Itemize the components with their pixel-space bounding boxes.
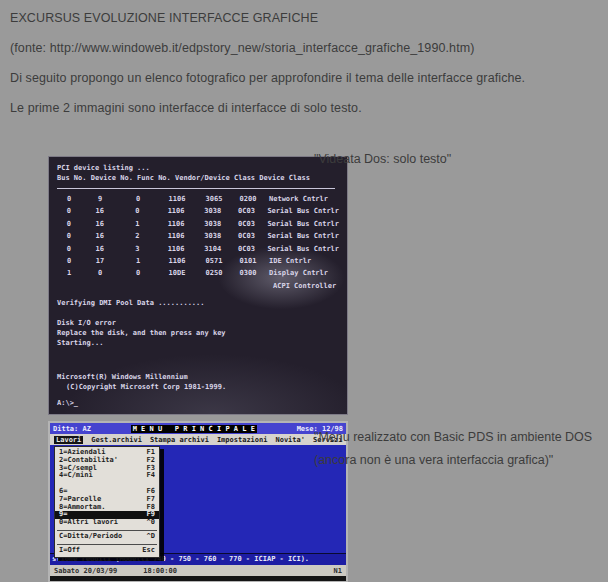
cell-devid: 3038: [196, 205, 230, 217]
cell-device: 16: [81, 218, 119, 230]
pds-titlebar: Ditta: AZ M E N U P R I N C I P A L E Me…: [50, 423, 346, 434]
document-text-block: EXCURSUS EVOLUZIONE INTERFACCE GRAFICHE …: [10, 11, 600, 131]
dos-screenshot-image: PCI device listing ... Bus No. Device No…: [48, 156, 348, 415]
cell-class: 0C03: [230, 218, 264, 230]
cell-class: 0200: [231, 193, 265, 205]
menu-item: Stampa archivi: [150, 436, 209, 444]
cell-vendor: 10DE: [157, 267, 197, 279]
cell-bus: 0: [57, 193, 81, 205]
company-label: Ditta: AZ: [53, 425, 91, 433]
source-line: (fonte: http://www.windoweb.it/edpstory_…: [10, 41, 600, 56]
cell-class: 0C03: [230, 230, 264, 242]
cell-devid: 3104: [196, 243, 230, 255]
cell-name: IDE Cntrlr: [269, 255, 311, 267]
main-menu-title: M E N U P R I N C I P A L E: [131, 425, 257, 433]
cell-name: Serial Bus Cntrlr: [267, 230, 339, 242]
pds-statusbar: Sabato 20/03/99 18:00:00 N1: [50, 565, 346, 576]
spacer: [57, 308, 339, 318]
dropdown-item: 8=Ammortam. F8: [55, 504, 159, 512]
cell-vendor: 1106: [157, 193, 197, 205]
menu-item: Gest.archivi: [91, 436, 142, 444]
cell-func: 0: [119, 193, 157, 205]
dropdown-item-key: ^D: [147, 533, 155, 541]
pci-table-header: Bus No. Device No. Func No. Vendor/Devic…: [57, 173, 339, 183]
cell-func: 0: [119, 205, 157, 217]
cell-devid: 3038: [196, 230, 230, 242]
cell-func: 2: [119, 230, 157, 242]
dropdown-item-label: I=Off: [59, 547, 80, 555]
dropdown-item: [57, 542, 157, 545]
status-indicator: N1: [334, 567, 342, 575]
table-row: 0 16 3 1106 3104 0C03 Serial Bus Cntrlr: [57, 243, 339, 255]
document-page: { "doc": { "title": "EXCURSUS EVOLUZIONE…: [0, 0, 608, 582]
page-title: EXCURSUS EVOLUZIONE INTERFACCE GRAFICHE: [10, 11, 600, 26]
dropdown-item-label: C=Ditta/Periodo: [59, 533, 122, 541]
dropdown-item-key: ^0: [147, 519, 155, 527]
pci-listing-title: PCI device listing ...: [57, 163, 339, 173]
pds-screen-body: 1=Aziendali F1 2=Contabilita' F2 3=C/sem…: [50, 445, 346, 553]
caption-pds-line2: (ancora non è una vera interfaccia grafi…: [314, 449, 604, 472]
cell-devid: 0250: [197, 267, 231, 279]
dropdown-item: [57, 528, 157, 531]
cell-vendor: 1106: [156, 205, 196, 217]
spacer: [57, 348, 339, 372]
intro-line: Di seguito propongo un elenco fotografic…: [10, 71, 600, 86]
cell-class: 0C03: [230, 243, 264, 255]
dropdown-item-key: F4: [147, 472, 155, 480]
cell-name: Serial Bus Cntrlr: [267, 205, 339, 217]
dropdown-item: 0=Altri lavori ^0: [55, 519, 159, 527]
dropdown-item-label: 0=Altri lavori: [59, 519, 118, 527]
table-row: 0 16 2 1106 3038 0C03 Serial Bus Cntrlr: [57, 230, 339, 242]
cell-vendor: 1106: [156, 243, 196, 255]
dropdown-item: C=Ditta/Periodo ^D: [55, 533, 159, 541]
cell-devid: 0571: [197, 255, 231, 267]
cell-device: 9: [81, 193, 119, 205]
cell-class: 0300: [231, 267, 265, 279]
cell-name: Network Cntrlr: [269, 193, 328, 205]
cell-devid: 3065: [197, 193, 231, 205]
dropdown-item-key: Esc: [142, 547, 155, 555]
cell-bus: 0: [57, 205, 81, 217]
microsoft-line: Microsoft(R) Windows Millennium: [57, 372, 339, 382]
cell-name: Display Cntrlr: [269, 267, 328, 279]
table-row: 0 9 0 1106 3065 0200 Network Cntrlr: [57, 193, 339, 205]
dropdown-item: I=Off Esc: [55, 547, 159, 555]
cell-vendor: 1106: [157, 255, 197, 267]
starting-line: Starting...: [57, 338, 339, 348]
acpi-controller-line: ACPI Controller: [57, 280, 339, 292]
cell-bus: 1: [57, 267, 81, 279]
caption-pds-screen: "Menu realizzato con Basic PDS in ambien…: [314, 426, 604, 472]
cell-func: 3: [119, 243, 157, 255]
cell-bus: 0: [57, 230, 81, 242]
disk-error-line: Disk I/O error: [57, 318, 339, 328]
caption-dos-screen: "Videata Dos: solo testo": [314, 148, 604, 171]
menu-item: Lavori: [54, 436, 83, 444]
cell-device: 0: [81, 267, 119, 279]
status-time: 18:00:00: [143, 567, 177, 575]
note-line: Le prime 2 immagini sono interfacce di i…: [10, 101, 600, 116]
cell-vendor: 1106: [156, 218, 196, 230]
table-divider: [57, 188, 335, 189]
cell-bus: 0: [57, 255, 81, 267]
table-row: 1 0 0 10DE 0250 0300 Display Cntrlr: [57, 267, 339, 279]
cell-name: Serial Bus Cntrlr: [267, 218, 339, 230]
dropdown-item: [55, 480, 159, 488]
cell-device: 16: [81, 205, 119, 217]
copyright-line: (C)Copyright Microsoft Corp 1981-1999.: [57, 382, 339, 392]
cell-bus: 0: [57, 218, 81, 230]
status-date: Sabato 20/03/99: [54, 567, 117, 575]
cell-func: 0: [119, 267, 157, 279]
cell-devid: 3038: [196, 218, 230, 230]
cell-class: 0C03: [230, 205, 264, 217]
menu-item: Novita': [275, 436, 305, 444]
pds-menubar: Lavori Gest.archivi Stampa archivi Impos…: [50, 434, 346, 445]
dropdown-item: 4=C/mini F4: [55, 472, 159, 480]
pci-device-table: 0 9 0 1106 3065 0200 Network Cntrlr 0 16…: [57, 193, 339, 280]
cell-device: 16: [81, 243, 119, 255]
cell-bus: 0: [57, 243, 81, 255]
dos-prompt: A:\>_: [57, 398, 339, 408]
dropdown-item-label: 4=C/mini: [59, 472, 93, 480]
cell-name: Serial Bus Cntrlr: [267, 243, 339, 255]
table-row: 0 17 1 1106 0571 0101 IDE Cntrlr: [57, 255, 339, 267]
caption-pds-line1: "Menu realizzato con Basic PDS in ambien…: [314, 426, 604, 449]
